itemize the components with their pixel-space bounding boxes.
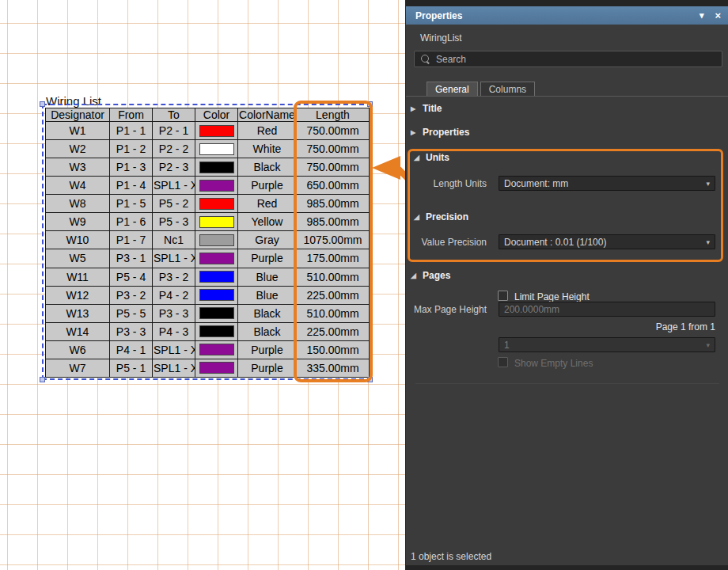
section-properties[interactable]: ▶ Properties bbox=[411, 127, 469, 138]
cell-designator[interactable]: W13 bbox=[46, 304, 110, 322]
selection-handle-bottom-right[interactable] bbox=[367, 377, 373, 382]
cell-designator[interactable]: W12 bbox=[46, 286, 110, 304]
cell-designator[interactable]: W3 bbox=[46, 158, 110, 177]
cell-color[interactable] bbox=[195, 340, 238, 359]
cell-colorname[interactable]: Purple bbox=[238, 340, 297, 359]
tab-columns[interactable]: Columns bbox=[480, 82, 535, 96]
cell-from[interactable]: P5 - 4 bbox=[110, 268, 153, 286]
search-input[interactable]: Search bbox=[414, 51, 722, 67]
panel-collapse-icon[interactable]: ▾ bbox=[700, 10, 704, 21]
cell-from[interactable]: P4 - 1 bbox=[110, 340, 153, 359]
cell-length[interactable]: 985.00mm bbox=[297, 213, 370, 231]
cell-length[interactable]: 1075.00mm bbox=[297, 231, 370, 249]
selection-handle-bottom-left[interactable] bbox=[40, 377, 45, 382]
section-title[interactable]: ▶ Title bbox=[411, 103, 442, 114]
table-row[interactable]: W2 P1 - 2 P2 - 2 White 750.00mm bbox=[46, 140, 370, 158]
cell-to[interactable]: SPL1 - X bbox=[153, 249, 195, 268]
cell-from[interactable]: P3 - 3 bbox=[110, 322, 153, 340]
cell-color[interactable] bbox=[195, 249, 238, 268]
cell-color[interactable] bbox=[195, 213, 238, 231]
table-row[interactable]: W9 P1 - 6 P5 - 3 Yellow 985.00mm bbox=[46, 213, 370, 231]
table-row[interactable]: W5 P3 - 1 SPL1 - X Purple 175.00mm bbox=[46, 249, 370, 268]
cell-color[interactable] bbox=[195, 359, 238, 377]
table-row[interactable]: W13 P5 - 5 P3 - 3 Black 510.00mm bbox=[46, 304, 370, 322]
cell-length[interactable]: 510.00mm bbox=[297, 268, 370, 286]
cell-color[interactable] bbox=[195, 286, 238, 304]
section-units[interactable]: ◢ Units bbox=[414, 152, 449, 163]
cell-from[interactable]: P5 - 5 bbox=[110, 304, 153, 322]
max-page-height-input[interactable]: 200.0000mm bbox=[499, 302, 715, 317]
cell-length[interactable]: 225.00mm bbox=[297, 322, 370, 340]
table-row[interactable]: W7 P5 - 1 SPL1 - X Purple 335.00mm bbox=[46, 359, 370, 377]
cell-to[interactable]: P2 - 3 bbox=[153, 158, 195, 177]
cell-from[interactable]: P1 - 7 bbox=[110, 231, 153, 249]
cell-designator[interactable]: W11 bbox=[46, 268, 110, 286]
cell-colorname[interactable]: White bbox=[238, 140, 297, 158]
cell-to[interactable]: SPL1 - X bbox=[153, 177, 195, 195]
cell-to[interactable]: P5 - 2 bbox=[153, 195, 195, 213]
cell-length[interactable]: 750.00mm bbox=[297, 158, 370, 177]
cell-to[interactable]: P3 - 2 bbox=[153, 268, 195, 286]
cell-to[interactable]: P5 - 3 bbox=[153, 213, 195, 231]
cell-from[interactable]: P1 - 5 bbox=[110, 195, 153, 213]
cell-from[interactable]: P1 - 2 bbox=[110, 140, 153, 158]
cell-length[interactable]: 650.00mm bbox=[297, 177, 370, 195]
cell-colorname[interactable]: Red bbox=[238, 122, 297, 140]
cell-designator[interactable]: W5 bbox=[46, 249, 110, 268]
cell-length[interactable]: 750.00mm bbox=[297, 140, 370, 158]
cell-colorname[interactable]: Black bbox=[238, 158, 297, 177]
cell-colorname[interactable]: Blue bbox=[238, 286, 297, 304]
cell-color[interactable] bbox=[195, 304, 238, 322]
cell-from[interactable]: P1 - 1 bbox=[110, 122, 153, 140]
selection-handle-top-right[interactable] bbox=[367, 101, 373, 107]
cell-from[interactable]: P1 - 6 bbox=[110, 213, 153, 231]
table-row[interactable]: W6 P4 - 1 SPL1 - X Purple 150.00mm bbox=[46, 340, 370, 359]
cell-color[interactable] bbox=[195, 122, 238, 140]
section-pages[interactable]: ◢ Pages bbox=[411, 270, 450, 281]
cell-to[interactable]: SPL1 - X bbox=[153, 340, 195, 359]
cell-designator[interactable]: W8 bbox=[46, 195, 110, 213]
cell-color[interactable] bbox=[195, 158, 238, 177]
schematic-canvas[interactable]: Wiring List Designator From To Color Col… bbox=[0, 0, 405, 570]
cell-color[interactable] bbox=[195, 268, 238, 286]
table-row[interactable]: W1 P1 - 1 P2 - 1 Red 750.00mm bbox=[46, 122, 370, 140]
cell-from[interactable]: P3 - 2 bbox=[110, 286, 153, 304]
cell-designator[interactable]: W4 bbox=[46, 177, 110, 195]
cell-colorname[interactable]: Blue bbox=[238, 268, 297, 286]
cell-colorname[interactable]: Black bbox=[238, 304, 297, 322]
cell-to[interactable]: Nc1 bbox=[153, 231, 195, 249]
selection-handle-top-left[interactable] bbox=[40, 101, 45, 107]
cell-from[interactable]: P1 - 4 bbox=[110, 177, 153, 195]
cell-to[interactable]: P4 - 2 bbox=[153, 286, 195, 304]
table-row[interactable]: W4 P1 - 4 SPL1 - X Purple 650.00mm bbox=[46, 177, 370, 195]
cell-designator[interactable]: W2 bbox=[46, 140, 110, 158]
cell-color[interactable] bbox=[195, 177, 238, 195]
cell-length[interactable]: 750.00mm bbox=[297, 122, 370, 140]
cell-length[interactable]: 335.00mm bbox=[297, 359, 370, 377]
table-row[interactable]: W3 P1 - 3 P2 - 3 Black 750.00mm bbox=[46, 158, 370, 177]
cell-colorname[interactable]: Purple bbox=[238, 177, 297, 195]
limit-page-height-checkbox[interactable] bbox=[498, 291, 508, 301]
cell-color[interactable] bbox=[195, 322, 238, 340]
table-row[interactable]: W12 P3 - 2 P4 - 2 Blue 225.00mm bbox=[46, 286, 370, 304]
cell-length[interactable]: 985.00mm bbox=[297, 195, 370, 213]
cell-designator[interactable]: W1 bbox=[46, 122, 110, 140]
tab-general[interactable]: General bbox=[427, 82, 478, 96]
cell-colorname[interactable]: Gray bbox=[238, 231, 297, 249]
cell-colorname[interactable]: Yellow bbox=[238, 213, 297, 231]
cell-to[interactable]: P2 - 1 bbox=[153, 122, 195, 140]
cell-colorname[interactable]: Purple bbox=[238, 359, 297, 377]
cell-colorname[interactable]: Purple bbox=[238, 249, 297, 268]
cell-designator[interactable]: W9 bbox=[46, 213, 110, 231]
cell-length[interactable]: 510.00mm bbox=[297, 304, 370, 322]
section-precision[interactable]: ◢ Precision bbox=[414, 211, 468, 222]
panel-close-icon[interactable]: × bbox=[715, 10, 721, 21]
wiring-list-table[interactable]: Designator From To Color ColorName Lengt… bbox=[45, 108, 370, 378]
cell-length[interactable]: 225.00mm bbox=[297, 286, 370, 304]
length-units-dropdown[interactable]: Document: mm ▾ bbox=[499, 176, 715, 191]
cell-to[interactable]: P2 - 2 bbox=[153, 140, 195, 158]
cell-length[interactable]: 175.00mm bbox=[297, 249, 370, 268]
cell-from[interactable]: P1 - 3 bbox=[110, 158, 153, 177]
cell-designator[interactable]: W14 bbox=[46, 322, 110, 340]
table-row[interactable]: W10 P1 - 7 Nc1 Gray 1075.00mm bbox=[46, 231, 370, 249]
